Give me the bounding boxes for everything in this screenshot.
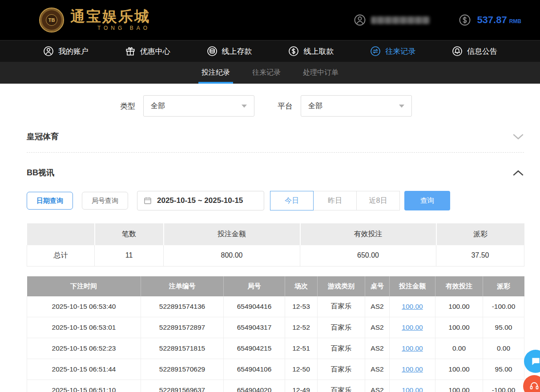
- nav-item-my-account[interactable]: 我的账户: [43, 45, 89, 57]
- session: 12-52: [285, 317, 318, 338]
- dollar-icon: [458, 13, 471, 27]
- tab-pending-orders[interactable]: 处理中订单: [292, 62, 350, 84]
- date-range-value: 2025-10-15 ~ 2025-10-15: [157, 196, 243, 205]
- round-query-button[interactable]: 局号查询: [82, 192, 128, 210]
- type-filter-label: 类型: [120, 101, 135, 111]
- summary-total-label: 总计: [27, 245, 95, 266]
- logo-chip-icon: TB: [39, 8, 64, 32]
- chevron-down-icon: [242, 105, 247, 108]
- date-range-input[interactable]: 2025-10-15 ~ 2025-10-15: [137, 191, 264, 210]
- summary-header: 派彩: [436, 223, 524, 245]
- main-nav: 我的账户 优惠中心 线上存款: [0, 40, 540, 62]
- type-select[interactable]: 全部: [143, 95, 254, 117]
- logo-badge: TB: [46, 14, 57, 26]
- col-header: 下注时间: [27, 276, 141, 296]
- col-header: 桌号: [365, 276, 390, 296]
- dashed-divider: [27, 152, 524, 153]
- nav-item-label: 往来记录: [385, 46, 415, 57]
- bell-icon: [451, 45, 463, 57]
- chevron-down-icon[interactable]: [512, 133, 524, 140]
- nav-item-promotions[interactable]: 优惠中心: [125, 45, 170, 57]
- yesterday-button[interactable]: 昨日: [313, 191, 357, 210]
- game-type: 百家乐: [318, 317, 365, 338]
- valid-bet: 100.00: [435, 380, 483, 392]
- platform-select[interactable]: 全部: [301, 95, 412, 117]
- summary-count: 11: [95, 245, 164, 266]
- logo-subtitle: TONG BAO: [70, 25, 150, 31]
- game-type: 百家乐: [318, 338, 365, 359]
- bet-id: 522891574136: [141, 296, 224, 317]
- table-row: 2025-10-15 06:53:40 522891574136 6549044…: [27, 296, 524, 317]
- bet-id: 522891571815: [141, 338, 224, 359]
- nav-item-label: 线上取款: [303, 46, 334, 57]
- table-row: 2025-10-15 06:51:10 522891569637 6549040…: [27, 380, 524, 392]
- table-no: AS2: [365, 338, 390, 359]
- round-no: 654904317: [224, 317, 285, 338]
- bet-amount-link: 100.00: [390, 380, 435, 392]
- nav-item-label: 信息公告: [467, 46, 497, 57]
- withdraw-dollar-icon: [288, 45, 299, 57]
- table-row: 2025-10-15 06:52:23 522891571815 6549042…: [27, 338, 524, 359]
- deposit-coin-icon: [206, 45, 218, 57]
- bet-time: 2025-10-15 06:53:01: [27, 317, 141, 338]
- table-no: AS2: [365, 296, 390, 317]
- game-type: 百家乐: [318, 380, 365, 392]
- last-8-days-button[interactable]: 近8日: [356, 191, 400, 210]
- valid-bet: 0.00: [435, 338, 483, 359]
- bet-time: 2025-10-15 06:51:10: [27, 380, 141, 392]
- table-row: 2025-10-15 06:51:44 522891570629 6549041…: [27, 359, 524, 380]
- tab-transaction-records[interactable]: 往来记录: [241, 62, 292, 84]
- payout-cell: 95.00: [483, 317, 524, 338]
- session: 12-51: [285, 338, 318, 359]
- table-no: AS2: [365, 359, 390, 380]
- filter-row: 类型 全部 平台 全部: [27, 95, 524, 117]
- col-header: 派彩: [483, 276, 524, 296]
- section-bb-video: BB视讯: [27, 164, 524, 181]
- section-title: 皇冠体育: [27, 131, 59, 142]
- session: 12-49: [285, 380, 318, 392]
- col-header: 场次: [285, 276, 318, 296]
- valid-bet: 100.00: [435, 317, 483, 338]
- valid-bet: 100.00: [435, 359, 483, 380]
- bet-time: 2025-10-15 06:51:44: [27, 359, 141, 380]
- col-header: 游戏类别: [318, 276, 365, 296]
- nav-item-label: 我的账户: [58, 46, 89, 57]
- nav-item-transaction-records[interactable]: 往来记录: [370, 45, 415, 57]
- summary-header: 投注金额: [164, 223, 300, 245]
- username-redacted: [371, 16, 430, 24]
- tab-bet-records[interactable]: 投注纪录: [190, 62, 241, 84]
- bet-amount-link: 100.00: [390, 317, 435, 338]
- summary-table: 笔数 投注金额 有效投注 派彩 总计 11 800.00 650.00 37.5…: [27, 223, 524, 267]
- col-header: 注单编号: [141, 276, 224, 296]
- balance-currency: RMB: [509, 18, 521, 24]
- content: 类型 全部 平台 全部 皇冠体育 BB视讯 日期查询 局号查询: [0, 95, 540, 392]
- records-subnav: 投注纪录 往来记录 处理中订单: [0, 62, 540, 84]
- balance: 537.87 RMB: [458, 13, 521, 27]
- session: 12-50: [285, 359, 318, 380]
- bet-id: 522891572897: [141, 317, 224, 338]
- platform-select-value: 全部: [308, 101, 322, 111]
- bet-id: 522891570629: [141, 359, 224, 380]
- summary-bet-amount: 800.00: [164, 245, 300, 266]
- section-title: BB视讯: [27, 167, 54, 178]
- nav-item-deposit[interactable]: 线上存款: [206, 45, 252, 57]
- summary-header: 笔数: [95, 223, 164, 245]
- summary-total-row: 总计 11 800.00 650.00 37.50: [27, 245, 524, 266]
- nav-item-announcements[interactable]: 信息公告: [451, 45, 497, 57]
- date-query-button[interactable]: 日期查询: [27, 192, 73, 210]
- site-logo: TB 通宝娱乐城 TONG BAO: [39, 8, 150, 32]
- bet-id: 522891569637: [141, 380, 224, 392]
- game-type: 百家乐: [318, 359, 365, 380]
- table-row: 2025-10-15 06:53:01 522891572897 6549043…: [27, 317, 524, 338]
- type-select-value: 全部: [151, 101, 165, 111]
- chevron-up-icon[interactable]: [512, 170, 524, 176]
- payout-cell: 95.00: [483, 359, 524, 380]
- search-button[interactable]: 查询: [404, 191, 450, 210]
- round-no: 654904416: [224, 296, 285, 317]
- section-crown-sports: 皇冠体育: [27, 128, 524, 145]
- today-button[interactable]: 今日: [270, 191, 314, 210]
- nav-item-withdraw[interactable]: 线上取款: [288, 45, 334, 57]
- summary-payout: 37.50: [436, 245, 524, 266]
- query-bar: 日期查询 局号查询 2025-10-15 ~ 2025-10-15 今日 昨日 …: [27, 191, 524, 210]
- chevron-down-icon: [399, 105, 404, 108]
